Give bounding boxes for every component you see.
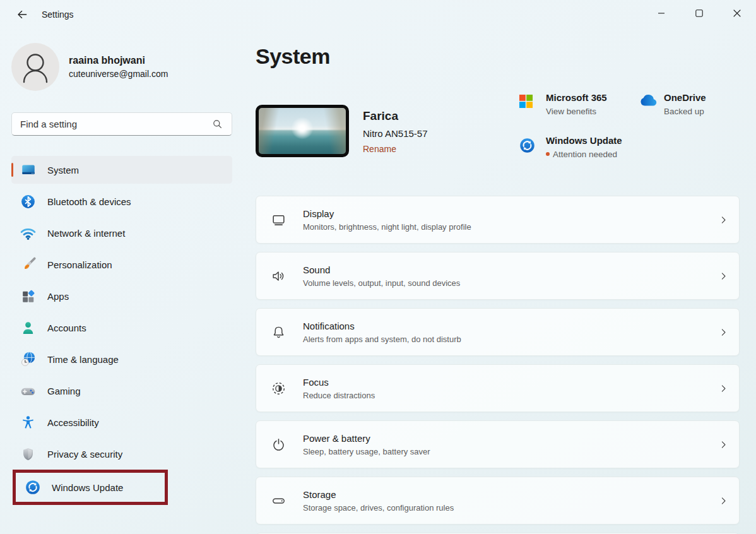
row-subtitle: Alerts from apps and system, do not dist… bbox=[303, 335, 461, 344]
profile-text: raaina bhojwani cuteuniverse@gmail.com bbox=[69, 55, 168, 79]
row-title: Power & battery bbox=[303, 433, 430, 444]
sidebar-item-label: Network & internet bbox=[47, 228, 125, 239]
time-language-icon bbox=[20, 351, 37, 368]
sidebar-item-apps[interactable]: Apps bbox=[11, 282, 232, 310]
sidebar-nav: System Bluetooth & devices Network & bbox=[11, 156, 232, 505]
status-microsoft-365[interactable]: Microsoft 365 View benefits bbox=[519, 92, 637, 116]
row-subtitle: Monitors, brightness, night light, displ… bbox=[303, 222, 471, 232]
sidebar-item-bluetooth-devices[interactable]: Bluetooth & devices bbox=[11, 187, 232, 215]
status-subtitle: View benefits bbox=[546, 107, 607, 116]
device-model: Nitro AN515-57 bbox=[363, 128, 428, 139]
chevron-right-icon bbox=[718, 215, 729, 225]
status-title: Windows Update bbox=[546, 135, 622, 146]
row-title: Storage bbox=[303, 489, 454, 500]
status-onedrive[interactable]: OneDrive Backed up bbox=[637, 92, 706, 116]
display-icon bbox=[270, 212, 286, 228]
sidebar-item-accounts[interactable]: Accounts bbox=[11, 314, 232, 341]
settings-row-notifications[interactable]: Notifications Alerts from apps and syste… bbox=[256, 308, 740, 356]
status-subtitle-text: Attention needed bbox=[553, 150, 617, 159]
status-subtitle: Backed up bbox=[664, 107, 706, 116]
sidebar-item-network-internet[interactable]: Network & internet bbox=[11, 219, 232, 247]
search-box[interactable] bbox=[11, 112, 232, 136]
profile-email: cuteuniverse@gmail.com bbox=[69, 69, 168, 79]
sidebar-item-label: Apps bbox=[47, 291, 69, 302]
status-title: OneDrive bbox=[664, 92, 706, 103]
gamepad-icon bbox=[20, 383, 37, 400]
row-subtitle: Reduce distractions bbox=[303, 391, 375, 400]
row-text: Sound Volume levels, output, input, soun… bbox=[303, 264, 460, 288]
sidebar-item-label: Personalization bbox=[47, 259, 112, 270]
row-title: Focus bbox=[303, 377, 375, 388]
sidebar: raaina bhojwani cuteuniverse@gmail.com S… bbox=[0, 0, 247, 534]
system-icon bbox=[20, 162, 37, 179]
windows-update-icon bbox=[24, 479, 41, 496]
row-subtitle: Volume levels, output, input, sound devi… bbox=[303, 278, 460, 288]
attention-dot bbox=[546, 152, 550, 156]
row-title: Notifications bbox=[303, 321, 461, 331]
status-subtitle: Attention needed bbox=[546, 150, 622, 159]
sidebar-item-accessibility[interactable]: Accessibility bbox=[11, 408, 232, 436]
status-text: OneDrive Backed up bbox=[664, 92, 706, 116]
status-text: Microsoft 365 View benefits bbox=[546, 92, 607, 116]
accessibility-icon bbox=[20, 414, 37, 431]
sidebar-item-label: Privacy & security bbox=[47, 449, 122, 460]
chevron-right-icon bbox=[718, 439, 729, 450]
sidebar-item-privacy-security[interactable]: Privacy & security bbox=[11, 440, 232, 468]
settings-row-sound[interactable]: Sound Volume levels, output, input, soun… bbox=[256, 252, 740, 300]
row-subtitle: Sleep, battery usage, battery saver bbox=[303, 447, 430, 456]
sidebar-item-label: Gaming bbox=[47, 386, 81, 396]
row-text: Display Monitors, brightness, night ligh… bbox=[303, 208, 471, 232]
sidebar-item-system[interactable]: System bbox=[11, 156, 232, 184]
settings-row-storage[interactable]: Storage Storage space, drives, configura… bbox=[256, 477, 740, 525]
accounts-icon bbox=[20, 319, 37, 336]
settings-list: Display Monitors, brightness, night ligh… bbox=[256, 196, 740, 534]
settings-row-power-battery[interactable]: Power & battery Sleep, battery usage, ba… bbox=[256, 420, 740, 468]
settings-row-focus[interactable]: Focus Reduce distractions bbox=[256, 364, 740, 412]
sidebar-item-label: System bbox=[47, 165, 79, 175]
row-title: Display bbox=[303, 208, 471, 219]
person-icon bbox=[11, 43, 59, 91]
status-windows-update[interactable]: Windows Update Attention needed bbox=[519, 135, 637, 159]
microsoft-365-icon bbox=[519, 92, 536, 116]
sidebar-item-label: Time & language bbox=[47, 354, 119, 365]
sidebar-item-label: Windows Update bbox=[52, 482, 123, 493]
device-thumbnail bbox=[256, 105, 349, 157]
chevron-right-icon bbox=[718, 383, 729, 394]
paintbrush-icon bbox=[20, 256, 37, 273]
page-title: System bbox=[256, 44, 330, 69]
windows-update-icon bbox=[519, 135, 536, 159]
status-text: Windows Update Attention needed bbox=[546, 135, 622, 159]
storage-icon bbox=[270, 493, 286, 509]
status-title: Microsoft 365 bbox=[546, 92, 607, 103]
profile-card[interactable]: raaina bhojwani cuteuniverse@gmail.com bbox=[11, 43, 168, 91]
avatar bbox=[11, 43, 59, 91]
focus-icon bbox=[270, 381, 286, 396]
power-icon bbox=[270, 437, 286, 453]
sidebar-item-time-language[interactable]: Time & language bbox=[11, 345, 232, 373]
sidebar-item-personalization[interactable]: Personalization bbox=[11, 251, 232, 278]
bluetooth-icon bbox=[20, 193, 37, 210]
chevron-right-icon bbox=[718, 495, 729, 506]
sidebar-item-windows-update[interactable]: Windows Update bbox=[16, 473, 165, 502]
row-title: Sound bbox=[303, 264, 460, 275]
sidebar-item-gaming[interactable]: Gaming bbox=[11, 377, 232, 405]
sound-icon bbox=[270, 268, 286, 284]
shield-icon bbox=[20, 446, 37, 463]
search-icon[interactable] bbox=[211, 118, 232, 130]
search-input[interactable] bbox=[12, 119, 211, 129]
chevron-right-icon bbox=[718, 327, 729, 338]
wifi-icon bbox=[20, 225, 37, 242]
sidebar-item-label: Bluetooth & devices bbox=[47, 196, 131, 207]
rename-link[interactable]: Rename bbox=[363, 144, 396, 154]
sidebar-item-label: Accessibility bbox=[47, 417, 99, 428]
onedrive-icon bbox=[637, 92, 654, 116]
status-grid: Microsoft 365 View benefits OneDrive Bac… bbox=[519, 92, 706, 159]
row-text: Storage Storage space, drives, configura… bbox=[303, 489, 454, 513]
row-text: Focus Reduce distractions bbox=[303, 377, 375, 400]
row-subtitle: Storage space, drives, configuration rul… bbox=[303, 503, 454, 513]
settings-row-display[interactable]: Display Monitors, brightness, night ligh… bbox=[256, 196, 740, 244]
device-card: Farica Nitro AN515-57 Rename bbox=[256, 105, 428, 157]
device-name: Farica bbox=[363, 109, 428, 123]
windows-update-highlight-box: Windows Update bbox=[13, 470, 168, 505]
bell-icon bbox=[270, 324, 286, 340]
